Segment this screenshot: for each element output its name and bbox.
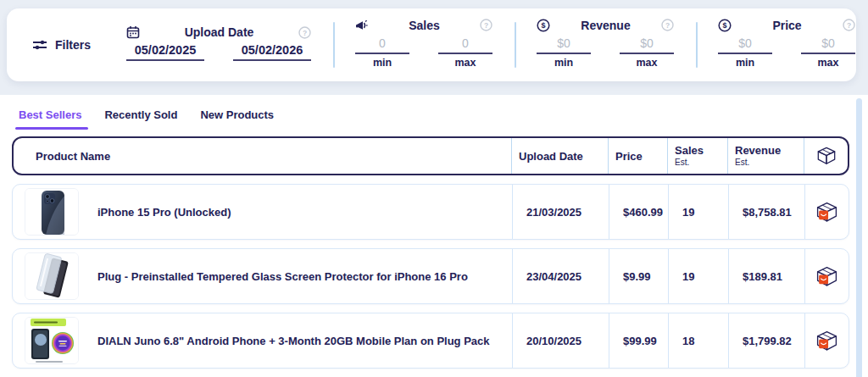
- max-label: max: [818, 57, 839, 69]
- product-image-screen-protector: [25, 252, 79, 300]
- max-label: max: [455, 57, 476, 69]
- table-row[interactable]: Plug - Preinstalled Tempered Glass Scree…: [12, 248, 849, 304]
- product-name: Plug - Preinstalled Tempered Glass Scree…: [97, 270, 468, 283]
- filters-panel: Filters: [7, 8, 856, 81]
- svg-text:$: $: [542, 21, 546, 30]
- svg-text:?: ?: [303, 28, 307, 36]
- tab-new-products[interactable]: New Products: [200, 108, 274, 130]
- row-upload-date: 20/10/2025: [512, 313, 609, 368]
- products-table: Product Name Upload Date Price Sales Est…: [12, 136, 849, 369]
- filters-label: Filters: [55, 38, 91, 52]
- row-revenue: $189.81: [728, 249, 804, 303]
- filter-title-upload-date: Upload Date: [185, 25, 254, 39]
- tab-recently-sold[interactable]: Recently Sold: [104, 108, 177, 130]
- filter-title-sales: Sales: [409, 19, 440, 32]
- row-price: $9.99: [609, 249, 668, 303]
- upload-date-from-input[interactable]: [126, 42, 204, 61]
- filters-band: Filters: [0, 0, 868, 95]
- product-cell: iPhone 15 Pro (Unlocked): [13, 185, 512, 239]
- header-product-name: Product Name: [14, 138, 511, 174]
- revenue-min-input[interactable]: [537, 35, 591, 54]
- table-row[interactable]: iPhone 15 Pro (Unlocked) 21/03/2025 $460…: [12, 184, 849, 240]
- filter-group-price: $ Price ?: [696, 8, 868, 81]
- sales-min-input[interactable]: [355, 35, 409, 54]
- table-row[interactable]: DIALN Juno 6.8" Android Phone + 3-Month …: [12, 313, 849, 369]
- product-cell: DIALN Juno 6.8" Android Phone + 3-Month …: [13, 313, 512, 368]
- price-max-input[interactable]: [801, 35, 855, 54]
- svg-text:?: ?: [665, 21, 670, 30]
- row-upload-date: 23/04/2025: [512, 249, 609, 303]
- filter-group-upload-date: Upload Date ?: [104, 8, 333, 81]
- svg-text:$: $: [723, 21, 727, 30]
- header-sales: Sales Est.: [667, 138, 727, 174]
- help-icon[interactable]: ?: [480, 19, 492, 31]
- filter-group-sales: Sales ? min: [333, 8, 515, 81]
- table-header: Product Name Upload Date Price Sales Est…: [12, 136, 849, 175]
- header-price: Price: [608, 138, 667, 174]
- dollar-circle-icon: $: [718, 19, 732, 32]
- header-revenue: Revenue Est.: [727, 138, 804, 174]
- tab-bar: Best Sellers Recently Sold New Products: [19, 108, 868, 130]
- row-sales: 19: [668, 185, 728, 239]
- filter-title-price: Price: [772, 19, 801, 32]
- dollar-circle-icon: $: [537, 19, 550, 32]
- sales-max-input[interactable]: [438, 35, 492, 54]
- cube-icon: [816, 146, 837, 166]
- row-sales: 19: [668, 249, 728, 303]
- tab-best-sellers[interactable]: Best Sellers: [19, 108, 81, 130]
- help-icon[interactable]: ?: [298, 26, 311, 39]
- header-cube-icon: [804, 138, 848, 174]
- help-icon[interactable]: ?: [843, 19, 855, 31]
- sliders-icon: [32, 38, 47, 52]
- megaphone-icon: [355, 19, 369, 32]
- row-price: $460.99: [609, 185, 668, 239]
- min-label: min: [373, 57, 392, 69]
- revenue-max-input[interactable]: [620, 35, 674, 54]
- filter-title-revenue: Revenue: [581, 19, 630, 32]
- svg-text:?: ?: [847, 21, 851, 30]
- product-name: iPhone 15 Pro (Unlocked): [97, 206, 231, 219]
- filter-groups: Upload Date ?: [104, 8, 868, 81]
- min-label: min: [736, 57, 754, 69]
- product-image-iphone-15-pro: [25, 188, 79, 236]
- min-label: min: [554, 57, 573, 69]
- product-cell: Plug - Preinstalled Tempered Glass Scree…: [13, 249, 512, 303]
- header-upload-date: Upload Date: [511, 138, 608, 174]
- marketplace-box-icon[interactable]: [815, 201, 838, 224]
- upload-date-to-input[interactable]: [233, 42, 311, 61]
- product-name: DIALN Juno 6.8" Android Phone + 3-Month …: [97, 335, 490, 347]
- filter-group-revenue: $ Revenue ?: [515, 8, 696, 81]
- row-upload-date: 21/03/2025: [512, 185, 609, 239]
- product-image-dialn-juno: [25, 317, 79, 364]
- row-revenue: $8,758.81: [728, 185, 804, 239]
- row-sales: 18: [668, 313, 728, 368]
- vertical-scrollbar[interactable]: [856, 98, 862, 377]
- marketplace-box-icon[interactable]: [815, 265, 838, 288]
- main-content: Best Sellers Recently Sold New Products …: [0, 95, 868, 369]
- marketplace-box-icon[interactable]: [815, 330, 838, 352]
- price-min-input[interactable]: [718, 35, 772, 54]
- page: Filters: [0, 0, 868, 377]
- filters-toggle[interactable]: Filters: [7, 38, 104, 52]
- calendar-icon: [126, 25, 140, 39]
- svg-text:?: ?: [484, 21, 488, 30]
- row-price: $99.99: [609, 313, 668, 368]
- help-icon[interactable]: ?: [661, 19, 674, 31]
- row-revenue: $1,799.82: [728, 313, 804, 368]
- max-label: max: [637, 57, 658, 69]
